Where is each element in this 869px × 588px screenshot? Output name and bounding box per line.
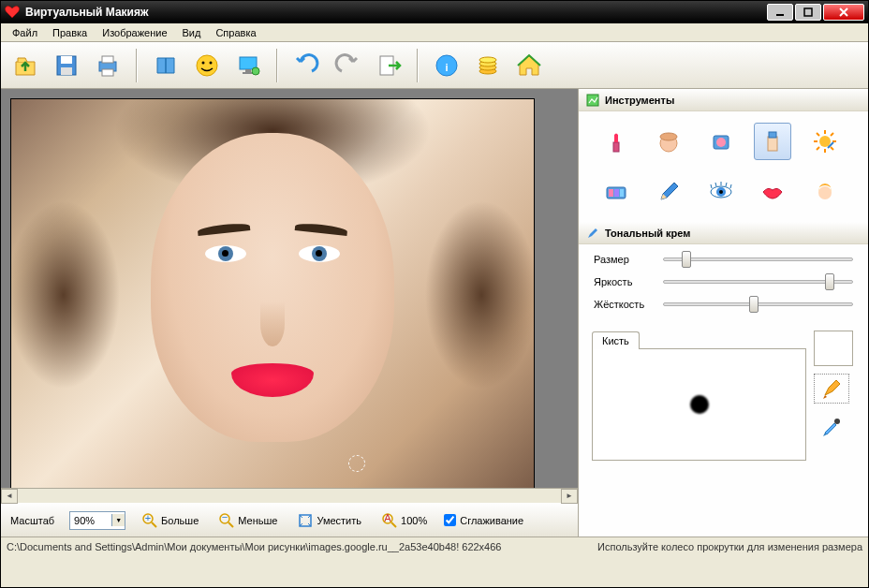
album-button[interactable] bbox=[149, 49, 183, 82]
menu-view[interactable]: Вид bbox=[175, 25, 209, 40]
smile-button[interactable] bbox=[190, 49, 224, 82]
slider-hardness-track[interactable] bbox=[663, 302, 853, 306]
brush-preview-container: Кисть bbox=[592, 331, 806, 461]
eyedropper-button[interactable] bbox=[814, 411, 849, 441]
tool-lips[interactable] bbox=[754, 173, 791, 211]
maximize-button[interactable] bbox=[795, 4, 821, 21]
undo-button[interactable] bbox=[289, 49, 323, 82]
slider-brightness-label: Яркость bbox=[594, 276, 655, 287]
menu-image[interactable]: Изображение bbox=[95, 25, 174, 40]
canvas-area: Масштаб 90% + Больше − Меньше Уместить A… bbox=[1, 89, 578, 537]
info-button[interactable]: i bbox=[430, 49, 464, 82]
home-button[interactable] bbox=[512, 49, 546, 82]
coins-icon bbox=[475, 52, 501, 79]
horizontal-scrollbar[interactable] bbox=[1, 488, 578, 503]
tool-tan[interactable] bbox=[806, 123, 844, 160]
tool-grid bbox=[579, 111, 868, 222]
svg-text:A: A bbox=[384, 513, 391, 523]
eyedropper-icon bbox=[821, 416, 842, 436]
tool-blush[interactable] bbox=[702, 123, 740, 160]
svg-point-38 bbox=[716, 138, 726, 147]
svg-point-41 bbox=[819, 136, 831, 147]
tool-eyeshadow[interactable] bbox=[597, 173, 635, 211]
slider-hardness-thumb[interactable] bbox=[749, 296, 759, 313]
brush-preview bbox=[592, 348, 806, 461]
close-button[interactable] bbox=[823, 4, 864, 21]
print-button[interactable] bbox=[91, 49, 125, 82]
coins-button[interactable] bbox=[471, 49, 505, 82]
menu-file[interactable]: Файл bbox=[5, 25, 45, 40]
menu-edit[interactable]: Правка bbox=[45, 25, 95, 40]
zoom-100-label: 100% bbox=[401, 515, 427, 526]
svg-line-48 bbox=[831, 133, 833, 136]
svg-rect-39 bbox=[768, 137, 777, 151]
save-button[interactable] bbox=[50, 49, 83, 82]
fit-icon bbox=[298, 513, 313, 528]
zoom-combo[interactable]: 90% bbox=[69, 511, 125, 530]
svg-point-10 bbox=[202, 61, 205, 64]
toolbar-separator bbox=[276, 49, 278, 82]
svg-rect-0 bbox=[776, 14, 784, 16]
tool-foundation[interactable] bbox=[754, 123, 791, 160]
status-path: C:\Documents and Settings\Admin\Мои доку… bbox=[7, 541, 597, 552]
brush-header-icon bbox=[586, 227, 599, 240]
tool-lipstick[interactable] bbox=[597, 123, 635, 160]
save-icon bbox=[53, 52, 80, 79]
screen-button[interactable] bbox=[231, 49, 265, 82]
tool-hair[interactable] bbox=[806, 173, 844, 211]
eye-right bbox=[299, 245, 340, 262]
open-icon bbox=[12, 52, 38, 79]
tool-pencil[interactable] bbox=[650, 173, 687, 211]
app-heart-icon bbox=[5, 5, 20, 20]
slider-brightness-thumb[interactable] bbox=[825, 273, 834, 290]
tool-options-title: Тональный крем bbox=[605, 228, 690, 239]
magnify-a-icon: A bbox=[382, 513, 397, 528]
svg-line-49 bbox=[817, 147, 819, 150]
window-title: Виртуальный Макияж bbox=[25, 6, 765, 19]
smoothing-checkbox[interactable]: Сглаживание bbox=[444, 514, 523, 526]
menu-help[interactable]: Справка bbox=[208, 25, 263, 40]
slider-hardness-label: Жёсткость bbox=[594, 299, 655, 310]
svg-point-15 bbox=[252, 67, 259, 75]
canvas-image[interactable] bbox=[10, 98, 535, 488]
sun-icon bbox=[813, 129, 837, 154]
zoom-in-button[interactable]: + Больше bbox=[139, 511, 202, 530]
brush-stamp-button[interactable] bbox=[814, 374, 849, 404]
redo-button[interactable] bbox=[331, 49, 364, 82]
svg-point-11 bbox=[210, 61, 213, 64]
window-titlebar: Виртуальный Макияж bbox=[1, 1, 868, 23]
status-hint: Используйте колесо прокрутки для изменен… bbox=[597, 541, 862, 552]
minimize-button[interactable] bbox=[767, 4, 793, 21]
open-button[interactable] bbox=[8, 49, 42, 82]
color-swatch[interactable] bbox=[814, 331, 853, 366]
svg-point-36 bbox=[660, 133, 677, 140]
svg-rect-52 bbox=[614, 189, 619, 197]
zoom-fit-button[interactable]: Уместить bbox=[294, 511, 365, 530]
slider-size-track[interactable] bbox=[663, 257, 853, 261]
tool-eye[interactable] bbox=[702, 173, 740, 211]
smoothing-check-input[interactable] bbox=[444, 514, 456, 526]
svg-text:i: i bbox=[445, 62, 448, 73]
svg-text:+: + bbox=[145, 513, 151, 523]
lipstick-icon bbox=[604, 129, 628, 154]
slider-size-thumb[interactable] bbox=[682, 251, 691, 268]
screen-icon bbox=[235, 52, 261, 79]
tool-powder[interactable] bbox=[650, 123, 687, 160]
face-region bbox=[151, 133, 394, 442]
zoom-in-label: Больше bbox=[161, 515, 199, 526]
tools-panel-title: Инструменты bbox=[605, 95, 674, 106]
zoom-100-button[interactable]: A 100% bbox=[378, 511, 431, 530]
side-panel: Инструменты Тональный крем Размер Яркос bbox=[578, 89, 868, 537]
svg-rect-40 bbox=[769, 132, 776, 138]
redo-icon bbox=[334, 52, 361, 79]
brush-tab[interactable]: Кисть bbox=[592, 331, 640, 349]
slider-brightness-track[interactable] bbox=[663, 280, 853, 284]
zoom-out-button[interactable]: − Меньше bbox=[215, 511, 281, 530]
powder-icon bbox=[656, 129, 681, 154]
export-button[interactable] bbox=[372, 49, 405, 82]
svg-point-9 bbox=[197, 55, 217, 76]
zoom-value: 90% bbox=[74, 515, 95, 526]
svg-line-24 bbox=[152, 522, 156, 527]
canvas-viewport[interactable] bbox=[1, 89, 578, 488]
tools-panel-header: Инструменты bbox=[579, 89, 868, 111]
